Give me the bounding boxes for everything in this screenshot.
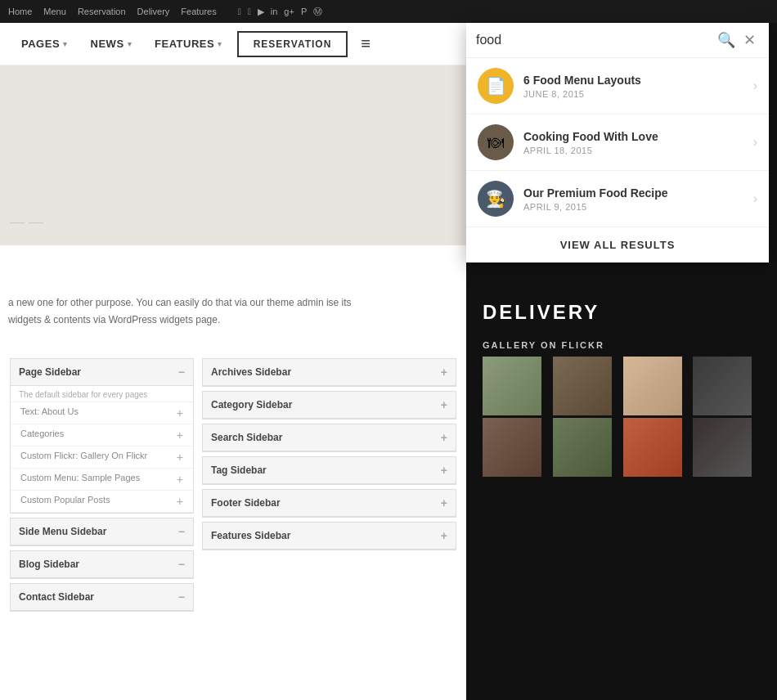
result-2-text: Cooking Food With Love APRIL 18, 2015 [523, 130, 753, 155]
features-sidebar-section: Features Sidebar + [202, 522, 456, 550]
gallery-grid [466, 357, 777, 477]
news-caret: ▾ [128, 40, 132, 48]
category-header[interactable]: Category Sidebar + [203, 392, 456, 419]
view-all-results-button[interactable]: VIEW ALL RESULTS [466, 227, 769, 262]
result-1-date: JUNE 8, 2015 [523, 89, 753, 99]
facebook-icon[interactable]:  [238, 7, 241, 16]
page-sidebar-toggle[interactable]: − [178, 366, 185, 379]
hamburger-menu[interactable]: ≡ [361, 34, 371, 53]
flickr-sub-toggle[interactable]: + [177, 451, 183, 464]
search-sidebar-header[interactable]: Search Sidebar + [203, 424, 456, 451]
search-box: 🔍 ✕ [466, 23, 769, 58]
features-toggle[interactable]: + [441, 529, 447, 542]
result-3-icon: 👨‍🍳 [478, 181, 514, 217]
gallery-cell-8[interactable] [693, 418, 752, 477]
left-column: Page Sidebar − The default sidebar for e… [10, 358, 194, 616]
bg-text: a new one for other purpose. You can eas… [0, 245, 376, 345]
nav-news[interactable]: NEWS ▾ [83, 31, 141, 56]
sidebar-sub-menu: Custom Menu: Sample Pages + [11, 469, 193, 491]
side-menu-sidebar-section: Side Menu Sidebar − [10, 518, 194, 546]
footer-toggle[interactable]: + [441, 496, 447, 509]
nav-pages[interactable]: PAGES ▾ [13, 31, 76, 56]
document-icon: 📄 [486, 76, 506, 96]
result-2-icon: 🍽 [478, 124, 514, 160]
sidebar-sub-categories: Categories + [11, 424, 193, 446]
side-menu-sidebar-header[interactable]: Side Menu Sidebar − [11, 518, 193, 545]
recipe-photo-icon: 👨‍🍳 [486, 189, 506, 209]
search-overlay: 🔍 ✕ 📄 6 Food Menu Layouts JUNE 8, 2015 ›… [466, 23, 769, 262]
tag-toggle[interactable]: + [441, 464, 447, 477]
pinterest-icon[interactable]: P [301, 7, 307, 16]
blog-sidebar-toggle[interactable]: − [178, 558, 185, 571]
archives-header[interactable]: Archives Sidebar + [203, 359, 456, 386]
top-bar: Home Menu Reservation Delivery Features … [0, 0, 777, 23]
side-menu-toggle[interactable]: − [178, 525, 185, 538]
gplus-icon[interactable]: g+ [284, 7, 294, 16]
gallery-cell-5[interactable] [483, 418, 541, 477]
gallery-cell-2[interactable] [553, 357, 612, 415]
blog-sidebar-section: Blog Sidebar − [10, 550, 194, 579]
page-sidebar-section: Page Sidebar − The default sidebar for e… [10, 358, 194, 514]
food-photo-icon: 🍽 [487, 133, 504, 152]
gallery-cell-7[interactable] [623, 418, 682, 477]
tag-sidebar-section: Tag Sidebar + [202, 456, 456, 485]
result-1-icon: 📄 [478, 68, 514, 104]
topnav-home[interactable]: Home [8, 7, 32, 16]
blog-sidebar-header[interactable]: Blog Sidebar − [11, 551, 193, 578]
archives-toggle[interactable]: + [441, 366, 447, 379]
category-toggle[interactable]: + [441, 398, 447, 411]
result-3-title: Our Premium Food Recipe [523, 186, 753, 200]
result-1-title: 6 Food Menu Layouts [523, 74, 753, 87]
search-icon: 🔍 [717, 32, 735, 48]
archives-sidebar-section: Archives Sidebar + [202, 358, 456, 387]
sidebar-columns: Page Sidebar − The default sidebar for e… [0, 345, 466, 616]
result-3-date: APRIL 9, 2015 [523, 202, 753, 212]
search-close-button[interactable]: ✕ [740, 31, 759, 49]
gallery-cell-6[interactable] [553, 418, 612, 477]
sidebar-sub-text: Text: About Us + [11, 402, 193, 424]
result-2-arrow: › [753, 135, 757, 150]
search-sidebar-toggle[interactable]: + [441, 431, 447, 444]
result-2-title: Cooking Food With Love [523, 130, 753, 143]
cat-sub-toggle[interactable]: + [177, 429, 183, 442]
linkedin-icon[interactable]: in [271, 7, 278, 16]
features-caret: ▾ [218, 40, 222, 48]
pages-caret: ▾ [63, 40, 68, 48]
category-sidebar-section: Category Sidebar + [202, 391, 456, 420]
result-2-date: APRIL 18, 2015 [523, 146, 753, 155]
topnav-menu[interactable]: Menu [43, 7, 66, 16]
search-sidebar-section: Search Sidebar + [202, 424, 456, 452]
sidebar-sub-flickr: Custom Flickr: Gallery On Flickr + [11, 446, 193, 469]
search-button[interactable]: 🔍 [712, 31, 740, 49]
contact-sidebar-section: Contact Sidebar − [10, 583, 194, 612]
result-3-text: Our Premium Food Recipe APRIL 9, 2015 [523, 186, 753, 212]
top-bar-nav: Home Menu Reservation Delivery Features [8, 7, 217, 16]
text-sub-toggle[interactable]: + [177, 406, 183, 420]
nav-features[interactable]: FEATURES ▾ [146, 31, 231, 56]
topnav-reservation[interactable]: Reservation [78, 7, 126, 16]
footer-header[interactable]: Footer Sidebar + [203, 490, 456, 517]
contact-sidebar-toggle[interactable]: − [178, 590, 185, 604]
page-sidebar-header[interactable]: Page Sidebar − [11, 359, 193, 386]
features-header[interactable]: Features Sidebar + [203, 523, 456, 550]
gallery-cell-3[interactable] [623, 357, 682, 415]
contact-sidebar-header[interactable]: Contact Sidebar − [11, 584, 193, 611]
search-result-2[interactable]: 🍽 Cooking Food With Love APRIL 18, 2015 … [466, 114, 769, 171]
right-column: Archives Sidebar + Category Sidebar + Se… [194, 358, 456, 616]
search-result-3[interactable]: 👨‍🍳 Our Premium Food Recipe APRIL 9, 201… [466, 171, 769, 227]
instagram-icon[interactable]: Ⓜ [313, 6, 322, 18]
youtube-icon[interactable]: ▶ [258, 7, 264, 17]
gallery-cell-1[interactable] [483, 357, 541, 415]
search-result-1[interactable]: 📄 6 Food Menu Layouts JUNE 8, 2015 › [466, 58, 769, 114]
popular-sub-toggle[interactable]: + [177, 495, 183, 508]
result-1-arrow: › [753, 79, 757, 93]
result-1-text: 6 Food Menu Layouts JUNE 8, 2015 [523, 74, 753, 99]
topnav-delivery[interactable]: Delivery [137, 7, 170, 16]
nav-reservation[interactable]: RESERVATION [237, 31, 348, 57]
tag-header[interactable]: Tag Sidebar + [203, 457, 456, 484]
topnav-features[interactable]: Features [181, 7, 216, 16]
twitter-icon[interactable]:  [248, 7, 251, 16]
search-input[interactable] [476, 33, 712, 47]
gallery-cell-4[interactable] [693, 357, 752, 415]
menu-sub-toggle[interactable]: + [177, 473, 183, 486]
